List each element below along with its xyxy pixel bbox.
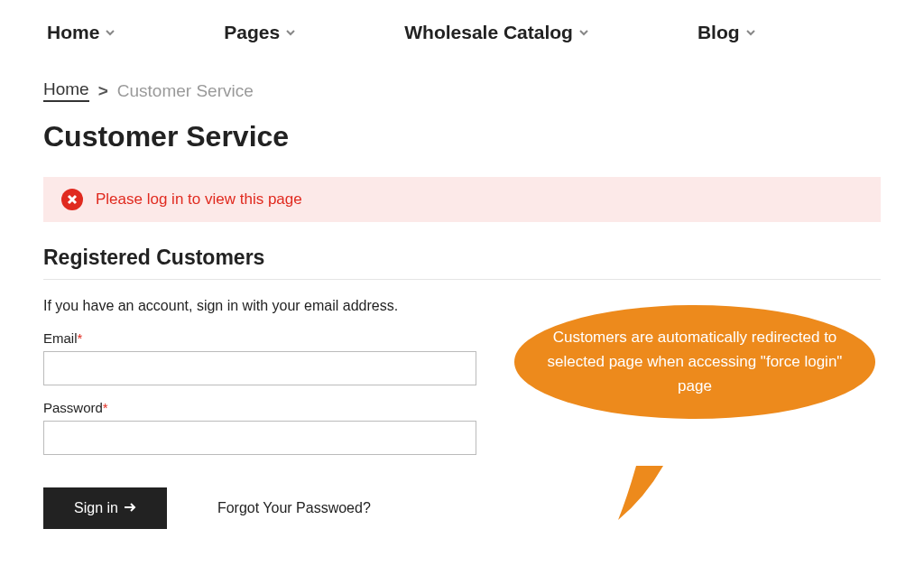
nav-item-home[interactable]: Home bbox=[47, 22, 116, 43]
password-input[interactable] bbox=[43, 421, 476, 455]
breadcrumb: Home > Customer Service bbox=[43, 79, 881, 102]
breadcrumb-current: Customer Service bbox=[117, 81, 254, 101]
password-label-text: Password bbox=[43, 400, 103, 415]
breadcrumb-separator: > bbox=[98, 81, 108, 101]
required-mark: * bbox=[103, 400, 108, 415]
chevron-down-icon bbox=[745, 27, 756, 38]
nav-label: Home bbox=[47, 22, 99, 43]
nav-label: Wholesale Catalog bbox=[404, 22, 573, 43]
callout-bubble: Customers are automatically redirected t… bbox=[514, 305, 875, 419]
chevron-down-icon bbox=[105, 27, 116, 38]
nav-item-blog[interactable]: Blog bbox=[698, 22, 756, 43]
section-divider bbox=[43, 279, 881, 280]
required-mark: * bbox=[78, 330, 83, 346]
signin-label: Sign in bbox=[74, 500, 118, 516]
email-input[interactable] bbox=[43, 351, 476, 385]
forgot-password-link[interactable]: Forgot Your Passwoed? bbox=[217, 500, 371, 516]
alert-message: Please log in to view this page bbox=[96, 190, 302, 209]
signin-button[interactable]: Sign in bbox=[43, 487, 167, 529]
error-icon bbox=[61, 189, 83, 210]
page-title: Customer Service bbox=[43, 120, 881, 153]
login-alert: Please log in to view this page bbox=[43, 177, 881, 222]
main-nav: Home Pages Wholesale Catalog Blog bbox=[43, 22, 881, 43]
form-actions: Sign in Forgot Your Passwoed? bbox=[43, 487, 881, 529]
chevron-down-icon bbox=[285, 27, 296, 38]
nav-label: Pages bbox=[224, 22, 280, 43]
callout-text: Customers are automatically redirected t… bbox=[548, 329, 843, 394]
nav-item-wholesale-catalog[interactable]: Wholesale Catalog bbox=[404, 22, 589, 43]
annotation-callout: Customers are automatically redirected t… bbox=[514, 305, 875, 419]
breadcrumb-home-link[interactable]: Home bbox=[43, 79, 89, 102]
nav-label: Blog bbox=[698, 22, 740, 43]
nav-item-pages[interactable]: Pages bbox=[224, 22, 296, 43]
email-label-text: Email bbox=[43, 330, 78, 346]
chevron-down-icon bbox=[578, 27, 589, 38]
arrow-right-icon bbox=[124, 500, 136, 516]
registered-customers-heading: Registered Customers bbox=[43, 246, 881, 270]
